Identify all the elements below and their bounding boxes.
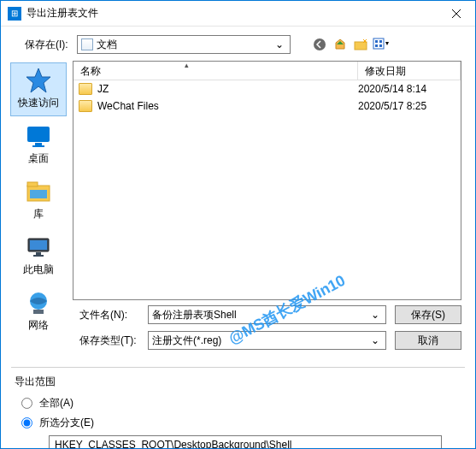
place-quick-access[interactable]: 快速访问 [10, 62, 67, 116]
filetype-label: 保存类型(T): [79, 334, 139, 348]
filename-combo[interactable]: ⌄ [148, 305, 386, 324]
save-in-value: 文档 [97, 38, 273, 52]
svg-rect-4 [379, 40, 382, 43]
folder-icon [81, 38, 93, 50]
sort-indicator-icon: ▴ [185, 61, 189, 69]
place-desktop[interactable]: 桌面 [10, 118, 67, 172]
svg-rect-8 [35, 143, 42, 145]
place-this-pc[interactable]: 此电脑 [10, 229, 67, 283]
save-in-label: 保存在(I): [25, 38, 68, 52]
svg-rect-6 [379, 44, 382, 47]
list-item[interactable]: WeChat Files 2020/5/17 8:25 [73, 97, 461, 115]
chevron-down-icon: ⌄ [368, 309, 382, 321]
place-network[interactable]: 网络 [10, 285, 67, 339]
bottom-fields: 文件名(N): ⌄ 保存(S) 保存类型(T): 注册文件(*.reg) ⌄ 取… [1, 300, 475, 365]
radio-all-input[interactable] [21, 398, 32, 409]
window-title: 导出注册表文件 [26, 6, 437, 21]
file-date: 2020/5/14 8:14 [358, 83, 455, 95]
titlebar: ⊞ 导出注册表文件 [1, 1, 475, 27]
save-button[interactable]: 保存(S) [395, 305, 461, 324]
place-library[interactable]: 库 [10, 174, 67, 227]
svg-rect-2 [373, 38, 384, 49]
folder-icon [79, 83, 92, 95]
list-item[interactable]: JZ 2020/5/14 8:14 [73, 80, 461, 97]
place-label: 库 [33, 207, 44, 222]
file-list-header: 名称 ▴ 修改日期 [73, 62, 461, 80]
export-range-group: 导出范围 全部(A) 所选分支(E) [1, 368, 475, 449]
branch-path-input[interactable] [49, 435, 442, 449]
view-menu-button[interactable] [373, 36, 390, 53]
file-date: 2020/5/17 8:25 [358, 100, 455, 112]
svg-rect-16 [33, 255, 44, 257]
radio-branch-input[interactable] [21, 417, 32, 428]
column-name[interactable]: 名称 [73, 62, 358, 80]
up-button[interactable] [332, 36, 349, 53]
radio-branch-label: 所选分支(E) [39, 416, 94, 430]
folder-icon [79, 100, 92, 112]
file-name: WeChat Files [97, 100, 358, 112]
mid-section: 快速访问 桌面 库 此电脑 网络 名称 ▴ 修改日期 JZ 2020/5/14 … [1, 61, 475, 300]
svg-rect-12 [30, 190, 47, 198]
place-label: 网络 [28, 318, 49, 333]
radio-all-label: 全部(A) [39, 396, 73, 411]
app-icon: ⊞ [8, 7, 21, 21]
place-label: 快速访问 [18, 96, 59, 110]
cancel-button[interactable]: 取消 [395, 331, 461, 350]
library-icon [25, 178, 52, 205]
svg-rect-5 [375, 44, 378, 47]
chevron-down-icon: ⌄ [368, 334, 382, 346]
filetype-combo[interactable]: 注册文件(*.reg) ⌄ [148, 331, 386, 350]
svg-rect-14 [30, 240, 47, 250]
chevron-down-icon: ⌄ [273, 38, 286, 50]
save-in-row: 保存在(I): 文档 ⌄ [1, 27, 475, 61]
star-icon [25, 67, 52, 94]
close-icon [452, 9, 461, 18]
place-label: 桌面 [28, 151, 49, 166]
toolbar-icons [311, 36, 390, 53]
file-name: JZ [97, 83, 358, 95]
export-range-label: 导出范围 [15, 375, 461, 389]
svg-rect-3 [375, 40, 378, 43]
svg-rect-9 [32, 145, 44, 147]
place-label: 此电脑 [23, 263, 54, 277]
back-button[interactable] [311, 36, 328, 53]
filename-label: 文件名(N): [79, 308, 139, 322]
svg-rect-1 [355, 42, 367, 50]
branch-path-box [49, 435, 461, 449]
svg-rect-11 [27, 182, 38, 186]
svg-rect-15 [36, 252, 41, 255]
filename-input[interactable] [152, 309, 368, 321]
network-icon [25, 289, 52, 316]
places-bar: 快速访问 桌面 库 此电脑 网络 [8, 61, 69, 300]
radio-all[interactable]: 全部(A) [21, 396, 461, 411]
column-date[interactable]: 修改日期 [358, 62, 461, 80]
pc-icon [25, 233, 52, 261]
radio-branch[interactable]: 所选分支(E) [21, 416, 461, 430]
svg-point-0 [314, 38, 326, 50]
filetype-value: 注册文件(*.reg) [152, 334, 368, 348]
svg-rect-7 [27, 127, 50, 142]
desktop-icon [25, 122, 52, 150]
close-button[interactable] [437, 1, 475, 27]
new-folder-button[interactable] [352, 36, 369, 53]
file-list: 名称 ▴ 修改日期 JZ 2020/5/14 8:14 WeChat Files… [73, 61, 461, 300]
save-in-combo[interactable]: 文档 ⌄ [77, 35, 291, 54]
svg-rect-18 [33, 310, 44, 314]
